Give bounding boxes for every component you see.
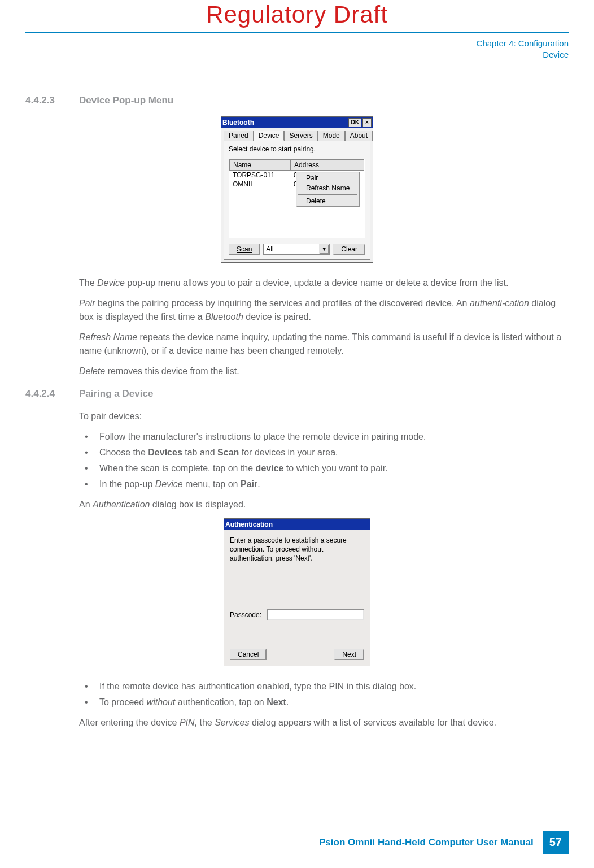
close-icon[interactable]: × (362, 118, 372, 127)
device-context-menu: Pair Refresh Name Delete (296, 172, 360, 207)
paragraph: Delete removes this device from the list… (79, 364, 569, 378)
chapter-line2: Device (25, 49, 569, 60)
auth-message: Enter a passcode to establish a secure c… (230, 536, 364, 604)
combo-value: All (264, 245, 319, 253)
chapter-line1: Chapter 4: Configuration (25, 38, 569, 49)
scan-button[interactable]: Scan (229, 244, 260, 255)
col-address[interactable]: Address (290, 159, 364, 171)
bluetooth-device-screenshot: Bluetooth OK × Paired Device Servers Mod… (25, 116, 569, 263)
page-footer: Psion Omnii Hand-Held Computer User Manu… (25, 831, 569, 854)
tab-about[interactable]: About (345, 131, 373, 141)
window-title: Bluetooth (222, 119, 254, 127)
filter-combo[interactable]: All ▼ (263, 244, 330, 255)
paragraph: The Device pop-up menu allows you to pai… (79, 276, 569, 290)
clear-button[interactable]: Clear (333, 244, 365, 255)
list-item: If the remote device has authentication … (79, 680, 569, 693)
cell-name: OMNII (229, 180, 290, 189)
section-title: Pairing a Device (79, 388, 153, 400)
cell-name: TORPSG-011 (229, 171, 290, 180)
list-item: In the pop-up Device menu, tap on Pair. (79, 478, 569, 491)
chapter-header: Chapter 4: Configuration Device (25, 32, 569, 61)
menu-delete[interactable]: Delete (297, 196, 359, 206)
tab-servers[interactable]: Servers (284, 131, 317, 141)
paragraph: Pair begins the pairing process by inqui… (79, 297, 569, 324)
window-title: Authentication (225, 520, 273, 528)
tab-device[interactable]: Device (254, 131, 285, 141)
ok-button[interactable]: OK (348, 118, 361, 127)
chevron-down-icon[interactable]: ▼ (319, 244, 329, 254)
tab-paired[interactable]: Paired (224, 131, 254, 141)
window-titlebar: Bluetooth OK × (221, 117, 373, 128)
section-title: Device Pop-up Menu (79, 95, 173, 106)
col-name[interactable]: Name (229, 159, 290, 171)
paragraph: An Authentication dialog box is displaye… (79, 498, 569, 511)
passcode-input[interactable] (267, 609, 364, 620)
section-number: 4.4.2.4 (25, 388, 79, 400)
paragraph: Refresh Name repeats the device name inq… (79, 331, 569, 358)
list-item: To proceed without authentication, tap o… (79, 696, 569, 709)
section-number: 4.4.2.3 (25, 95, 79, 106)
watermark: Regulatory Draft (25, 1, 569, 28)
hint-text: Select device to start pairing. (229, 145, 365, 153)
cancel-button[interactable]: Cancel (230, 649, 267, 660)
footer-text: Psion Omnii Hand-Held Computer User Manu… (310, 831, 543, 854)
authentication-screenshot: Authentication Enter a passcode to estab… (25, 518, 569, 666)
page-number: 57 (543, 831, 569, 854)
paragraph: To pair devices: (79, 410, 569, 423)
paragraph: After entering the device PIN, the Servi… (79, 716, 569, 730)
list-item: Follow the manufacturer's instructions t… (79, 430, 569, 444)
passcode-label: Passcode: (230, 611, 261, 619)
tab-mode[interactable]: Mode (318, 131, 345, 141)
device-list[interactable]: Name Address TORPSG-011 001E37AE4D06 OMN… (229, 159, 365, 238)
window-titlebar: Authentication (224, 519, 370, 530)
menu-refresh-name[interactable]: Refresh Name (297, 183, 359, 193)
menu-pair[interactable]: Pair (297, 173, 359, 183)
list-item: When the scan is complete, tap on the de… (79, 462, 569, 475)
list-item: Choose the Devices tab and Scan for devi… (79, 446, 569, 459)
next-button[interactable]: Next (334, 649, 364, 660)
